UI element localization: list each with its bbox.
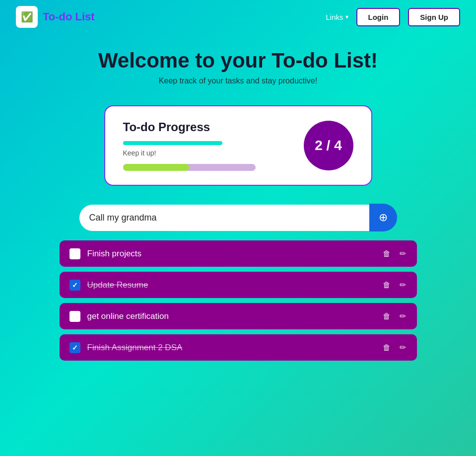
trash-icon: 🗑 — [383, 343, 391, 352]
pencil-icon: ✏ — [400, 343, 406, 352]
navbar: ✅ To-do List Links Login Sign Up — [0, 0, 476, 34]
progress-card: To-do Progress Keep it up! 2 / 4 — [104, 105, 372, 186]
task-actions: 🗑✏ — [382, 310, 407, 322]
task-input-area: ⊕ — [79, 204, 397, 231]
delete-task-button[interactable]: 🗑 — [382, 310, 392, 322]
add-task-button[interactable]: ⊕ — [369, 204, 397, 231]
task-actions: 🗑✏ — [382, 247, 407, 260]
task-list: Finish projects🗑✏✓Update Resume🗑✏get onl… — [60, 240, 417, 361]
edit-task-button[interactable]: ✏ — [399, 279, 407, 291]
trash-icon: 🗑 — [383, 312, 391, 320]
login-button[interactable]: Login — [356, 8, 401, 26]
edit-task-button[interactable]: ✏ — [399, 310, 407, 322]
task-checkbox[interactable]: ✓ — [69, 280, 80, 291]
trash-icon: 🗑 — [383, 249, 391, 258]
task-actions: 🗑✏ — [382, 341, 407, 354]
trash-icon: 🗑 — [383, 281, 391, 289]
edit-task-button[interactable]: ✏ — [399, 247, 407, 260]
progress-circle: 2 / 4 — [304, 121, 353, 170]
hero-title: Welcome to your To-do List! — [10, 49, 466, 73]
hero-subtitle: Keep track of your tasks and stay produc… — [10, 76, 466, 85]
task-label: Finish projects — [87, 249, 142, 259]
navbar-right: Links Login Sign Up — [326, 8, 460, 26]
add-icon: ⊕ — [379, 211, 388, 224]
progress-bar-track — [123, 164, 256, 171]
progress-bar-fill — [123, 164, 190, 171]
progress-bar-cyan — [123, 141, 222, 145]
pencil-icon: ✏ — [400, 249, 406, 258]
app-title: To-do List — [43, 10, 95, 23]
progress-keep-up-text: Keep it up! — [123, 149, 289, 157]
task-item: Finish projects🗑✏ — [60, 240, 417, 267]
task-label: Update Resume — [87, 280, 148, 290]
task-checkbox[interactable] — [69, 248, 80, 259]
task-left: ✓Update Resume — [69, 280, 382, 291]
task-input[interactable] — [79, 205, 369, 231]
checkmark-icon: ✓ — [72, 281, 78, 289]
delete-task-button[interactable]: 🗑 — [382, 279, 392, 291]
task-checkbox[interactable] — [69, 311, 80, 322]
task-left: Finish projects — [69, 248, 382, 259]
task-item: ✓Finish Assignment 2 DSA🗑✏ — [60, 334, 417, 361]
signup-button[interactable]: Sign Up — [408, 8, 460, 26]
progress-card-title: To-do Progress — [123, 120, 289, 134]
links-dropdown-button[interactable]: Links — [326, 13, 348, 21]
task-item: get online certification🗑✏ — [60, 303, 417, 329]
brand: ✅ To-do List — [16, 6, 95, 28]
checkmark-icon: ✓ — [72, 344, 78, 352]
progress-left: To-do Progress Keep it up! — [123, 120, 289, 171]
edit-task-button[interactable]: ✏ — [399, 341, 407, 354]
task-label: Finish Assignment 2 DSA — [87, 343, 183, 353]
pencil-icon: ✏ — [400, 312, 406, 320]
task-label: get online certification — [87, 311, 169, 321]
task-actions: 🗑✏ — [382, 279, 407, 291]
pencil-icon: ✏ — [400, 281, 406, 289]
delete-task-button[interactable]: 🗑 — [382, 247, 392, 260]
hero-section: Welcome to your To-do List! Keep track o… — [0, 34, 476, 90]
task-checkbox[interactable]: ✓ — [69, 342, 80, 353]
app-logo: ✅ — [16, 6, 38, 28]
task-left: get online certification — [69, 311, 382, 322]
delete-task-button[interactable]: 🗑 — [382, 341, 392, 354]
task-left: ✓Finish Assignment 2 DSA — [69, 342, 382, 353]
task-item: ✓Update Resume🗑✏ — [60, 272, 417, 298]
